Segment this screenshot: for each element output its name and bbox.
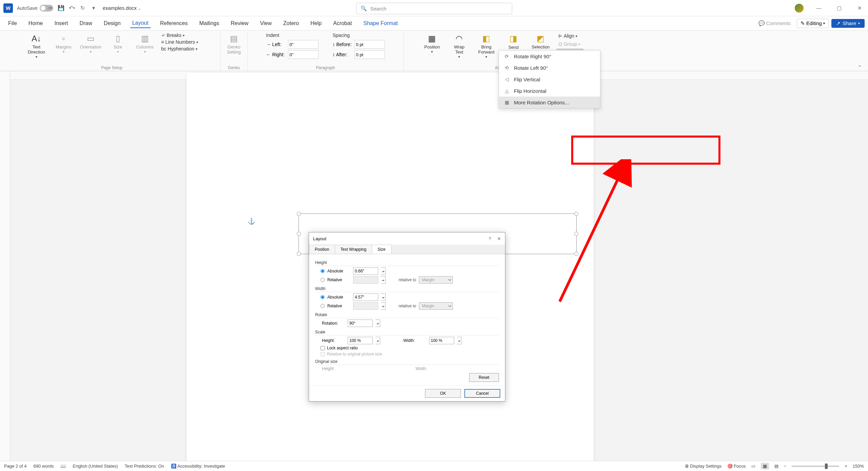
user-avatar[interactable] <box>795 4 804 13</box>
more-options-icon: ▦ <box>504 99 510 105</box>
ok-button[interactable]: OK <box>425 389 461 398</box>
bring-forward-button[interactable]: ◧Bring Forward▾ <box>474 32 499 62</box>
zoom-in-icon[interactable]: + <box>845 464 847 469</box>
page-indicator[interactable]: Page 2 of 4 <box>4 464 27 469</box>
spacing-after-input[interactable] <box>354 50 385 59</box>
language-indicator[interactable]: English (United States) <box>73 464 118 469</box>
margins-button[interactable]: ▫Margins▾ <box>51 32 76 62</box>
tab-references[interactable]: References <box>158 19 190 28</box>
hyphenation-button[interactable]: bc Hyphenation ▾ <box>161 46 198 52</box>
tab-review[interactable]: Review <box>229 19 250 28</box>
scale-height-input[interactable] <box>348 337 373 344</box>
editing-button[interactable]: ✎ Editing ▾ <box>797 19 829 28</box>
breaks-button[interactable]: ⤶ Breaks ▾ <box>161 33 198 38</box>
line-numbers-button[interactable]: ≡ Line Numbers ▾ <box>161 39 198 45</box>
tab-insert[interactable]: Insert <box>52 19 70 28</box>
minimize-button[interactable]: — <box>814 3 824 13</box>
flip-horizontal[interactable]: △Flip Horizontal <box>499 85 600 97</box>
search-icon: 🔍 <box>361 5 367 12</box>
tab-design[interactable]: Design <box>102 19 123 28</box>
focus-mode[interactable]: 🎯 Focus <box>727 464 746 469</box>
spacing-before-input[interactable] <box>354 40 385 49</box>
statusbar: Page 2 of 4 690 words 📖 English (United … <box>0 461 868 471</box>
height-absolute-input[interactable] <box>353 267 378 275</box>
dialog-tab-position[interactable]: Position <box>309 245 335 254</box>
size-button[interactable]: ▯Size▾ <box>105 32 131 62</box>
read-mode-icon[interactable]: ▭ <box>751 464 755 469</box>
reset-button[interactable]: Reset <box>469 373 499 382</box>
group-paragraph: Indent → Left: ← Right: Spacing ↕ Before… <box>248 32 404 71</box>
dialog-help-icon[interactable]: ? <box>489 236 491 241</box>
rotation-input[interactable] <box>348 320 373 327</box>
rotate-left-icon: ⟲ <box>504 65 510 71</box>
more-rotation-options[interactable]: ▦More Rotation Options... <box>499 97 600 108</box>
tab-acrobat[interactable]: Acrobat <box>331 19 354 28</box>
zoom-slider[interactable] <box>792 466 839 467</box>
maximize-button[interactable]: ▢ <box>834 3 844 13</box>
zoom-level[interactable]: 150% <box>853 464 864 469</box>
group-button[interactable]: ⊡ Group ▾ <box>556 41 583 47</box>
document-body[interactable]: 1234 ⚓ Layout ? ✕ Position Text Wrapping <box>10 71 868 461</box>
width-relative-select: Margin <box>419 302 453 310</box>
close-button[interactable]: ✕ <box>854 3 865 13</box>
genko-button[interactable]: ▤Genko Setting <box>221 32 247 62</box>
text-direction-button[interactable]: A↓Text Direction▾ <box>23 32 49 62</box>
columns-button[interactable]: ▥Columns▾ <box>132 32 158 62</box>
tab-file[interactable]: File <box>6 19 19 28</box>
tab-shape-format[interactable]: Shape Format <box>361 19 400 28</box>
height-absolute-radio[interactable] <box>321 269 325 273</box>
cancel-button[interactable]: Cancel <box>464 389 500 398</box>
tab-view[interactable]: View <box>258 19 274 28</box>
tab-draw[interactable]: Draw <box>77 19 94 28</box>
share-button[interactable]: ↗ Share ▾ <box>831 19 865 28</box>
tab-home[interactable]: Home <box>26 19 45 28</box>
flip-vertical-icon: ◁ <box>504 76 510 82</box>
width-absolute-input[interactable] <box>353 293 378 301</box>
ribbon-tabs: File Home Insert Draw Design Layout Refe… <box>0 16 868 30</box>
document-name[interactable]: examples.docx ⌄ <box>103 5 141 11</box>
vertical-ruler[interactable] <box>0 71 10 461</box>
indent-right-input[interactable] <box>288 50 319 59</box>
accessibility-check[interactable]: ♿ Accessibility: Investigate <box>171 464 225 469</box>
tab-help[interactable]: Help <box>308 19 324 28</box>
collapse-ribbon-icon[interactable]: ⌄ <box>857 62 862 68</box>
comments-button[interactable]: 💬 Comments <box>755 19 794 28</box>
position-button[interactable]: ▦Position▾ <box>419 32 445 62</box>
zoom-out-icon[interactable]: − <box>784 464 787 469</box>
autosave-pill[interactable]: Off <box>40 5 53 12</box>
scale-width-input[interactable] <box>429 337 454 344</box>
rotate-left-90[interactable]: ⟲Rotate Left 90° <box>499 62 600 74</box>
display-settings[interactable]: 🖥 Display Settings <box>684 464 722 469</box>
align-button[interactable]: ⊫ Align ▾ <box>556 33 583 39</box>
height-relative-radio[interactable] <box>321 278 325 282</box>
search-placeholder: Search <box>370 6 387 12</box>
wrap-text-button[interactable]: ◠Wrap Text▾ <box>446 32 472 62</box>
undo-icon[interactable]: ↶▾ <box>69 5 75 11</box>
print-layout-icon[interactable]: ▦ <box>761 463 769 469</box>
text-predictions[interactable]: Text Predictions: On <box>124 464 164 469</box>
qat-customize-icon[interactable]: ▾ <box>91 5 97 11</box>
tab-mailings[interactable]: Mailings <box>197 19 221 28</box>
tab-layout[interactable]: Layout <box>130 19 151 28</box>
width-relative-radio[interactable] <box>321 304 325 308</box>
search-input[interactable]: 🔍 Search <box>356 3 512 14</box>
dialog-tab-size[interactable]: Size <box>372 245 391 254</box>
tab-zotero[interactable]: Zotero <box>281 19 301 28</box>
dialog-tab-textwrap[interactable]: Text Wrapping <box>335 245 372 254</box>
word-count[interactable]: 690 words <box>34 464 54 469</box>
height-relative-select: Margin <box>419 276 453 284</box>
web-layout-icon[interactable]: ▤ <box>774 464 778 469</box>
section-original-size: Original size <box>315 359 499 365</box>
flip-vertical[interactable]: ◁Flip Vertical <box>499 74 600 85</box>
rotate-right-90[interactable]: ⟳Rotate Right 90° <box>499 50 600 62</box>
spellcheck-icon[interactable]: 📖 <box>60 464 66 469</box>
lock-aspect-checkbox[interactable] <box>321 346 325 350</box>
autosave-toggle[interactable]: AutoSave Off <box>17 5 53 12</box>
width-absolute-radio[interactable] <box>321 295 325 299</box>
save-icon[interactable]: 💾 <box>58 5 64 11</box>
redo-icon[interactable]: ↻ <box>80 5 86 11</box>
indent-left-input[interactable] <box>288 40 319 49</box>
dialog-close-icon[interactable]: ✕ <box>497 236 501 241</box>
orientation-button[interactable]: ▭Orientation▾ <box>78 32 103 62</box>
height-relative-input <box>353 276 378 284</box>
